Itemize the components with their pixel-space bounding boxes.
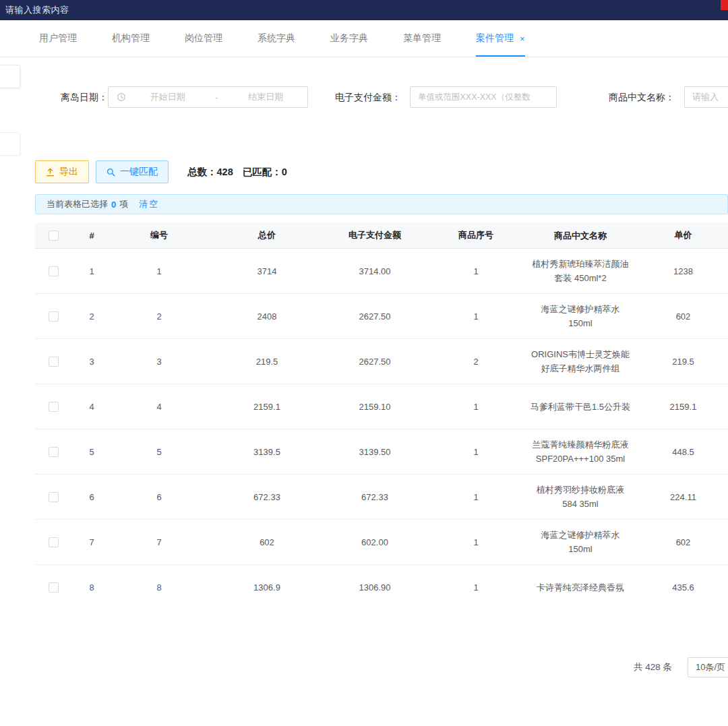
total-label: 总数： — [187, 166, 217, 179]
row-checkbox[interactable] — [49, 582, 59, 593]
row-checkbox[interactable] — [49, 447, 59, 457]
cell-total-price: 1306.9 — [206, 582, 328, 593]
selection-alert-bar: 当前表格已选择 0 项 清空 — [35, 194, 728, 214]
amount-input[interactable]: 单值或范围XXX-XXX（仅整数 — [410, 86, 557, 108]
table-row: 1 1 3714 3714.00 1 植村秀新琥珀臻萃洁颜油套装 450ml*2… — [35, 249, 728, 294]
one-click-match-button[interactable]: 一键匹配 — [96, 160, 169, 183]
collapsed-panel-handle[interactable] — [0, 65, 20, 88]
total-value: 428 — [217, 167, 233, 177]
cell-product-seq: 1 — [422, 537, 530, 547]
table-row: 8 8 1306.9 1306.90 1 卡诗菁纯亮泽经典香氛 435.6 — [35, 565, 728, 603]
cell-product-seq: 1 — [422, 311, 530, 322]
cell-product-seq: 2 — [422, 357, 530, 367]
cell-unit-price: 1238 — [631, 266, 728, 276]
tab-label: 系统字典 — [257, 32, 295, 44]
tab-close-icon[interactable]: × — [520, 34, 525, 43]
toolbar: 导出 一键匹配 总数： 428 已匹配： 0 — [35, 160, 287, 183]
cell-product-name: 植村秀羽纱持妆粉底液 584 35ml — [530, 475, 631, 518]
cell-unit-price: 448.5 — [631, 447, 728, 457]
column-header-code: 编号 — [112, 229, 206, 241]
tab[interactable]: 菜单管理 — [403, 20, 441, 57]
date-separator: - — [210, 92, 224, 102]
cell-epay-amount: 1306.90 — [328, 582, 422, 593]
cell-unit-price: 435.6 — [631, 582, 728, 593]
notification-badge — [721, 0, 728, 10]
cell-index: 5 — [71, 447, 112, 457]
row-checkbox[interactable] — [49, 492, 59, 502]
page-size-value: 10条/页 — [696, 661, 725, 673]
date-range-input[interactable]: 开始日期 - 结束日期 — [108, 86, 308, 108]
cell-index: 1 — [71, 266, 112, 276]
topbar: 请输入搜索内容 — [0, 0, 728, 20]
cell-total-price: 672.33 — [206, 492, 328, 502]
cell-product-seq: 1 — [422, 582, 530, 593]
cell-index: 4 — [71, 402, 112, 412]
tab[interactable]: 业务字典 — [330, 20, 368, 57]
cell-product-seq: 1 — [422, 492, 530, 502]
row-checkbox[interactable] — [49, 311, 59, 322]
cell-unit-price: 219.5 — [631, 357, 728, 367]
clock-icon — [117, 92, 126, 102]
tab-label: 用户管理 — [39, 32, 77, 44]
cell-code: 5 — [112, 447, 206, 457]
tab[interactable]: 岗位管理 — [185, 20, 222, 57]
tab[interactable]: 系统字典 — [257, 20, 295, 57]
cell-code: 4 — [112, 402, 206, 412]
cell-product-name: 海蓝之谜修护精萃水 150ml — [530, 295, 631, 338]
column-header-name: 商品中文名称 — [530, 222, 631, 250]
cell-total-price: 2408 — [206, 311, 328, 322]
global-search-input[interactable]: 请输入搜索内容 — [0, 4, 69, 16]
product-filter-label: 商品中文名称： — [609, 86, 675, 108]
page-size-select[interactable]: 10条/页 — [688, 657, 728, 677]
cell-total-price: 2159.1 — [206, 402, 328, 412]
cell-product-seq: 1 — [422, 447, 530, 457]
export-button[interactable]: 导出 — [35, 160, 89, 183]
export-button-label: 导出 — [59, 166, 78, 178]
column-header-seq: 商品序号 — [422, 229, 530, 241]
row-checkbox[interactable] — [49, 357, 59, 367]
tab-label: 案件管理 — [476, 32, 514, 44]
cell-epay-amount: 672.33 — [328, 492, 422, 502]
cell-epay-amount: 2627.50 — [328, 311, 422, 322]
amount-placeholder: 单值或范围XXX-XXX（仅整数 — [418, 92, 530, 103]
collapsed-panel-handle[interactable] — [0, 132, 20, 156]
cell-code: 3 — [112, 357, 206, 367]
row-checkbox[interactable] — [49, 266, 59, 276]
cell-index: 6 — [71, 492, 112, 502]
table-row: 2 2 2408 2627.50 1 海蓝之谜修护精萃水 150ml 602 — [35, 294, 728, 339]
date-end-placeholder: 结束日期 — [224, 91, 308, 103]
product-placeholder: 请输入 — [692, 91, 719, 103]
search-icon — [107, 168, 115, 177]
cell-code: 8 — [112, 582, 206, 593]
tab-list: 用户管理 机构管理 岗位管理 系统字典 业务字典 菜单管理 案件管理 × — [0, 20, 728, 57]
table-body: 1 1 3714 3714.00 1 植村秀新琥珀臻萃洁颜油套装 450ml*2… — [35, 249, 728, 603]
table-row: 3 3 219.5 2627.50 2 ORIGINS韦博士灵芝焕能好底子精华水… — [35, 339, 728, 384]
row-checkbox[interactable] — [49, 537, 59, 547]
pagination-total: 共 428 条 — [634, 657, 672, 677]
filter-bar: 离岛日期： 开始日期 - 结束日期 电子支付金额： 单值或范围XXX-XXX（仅… — [0, 86, 728, 108]
select-all-checkbox[interactable] — [49, 231, 59, 241]
tab-label: 岗位管理 — [185, 32, 222, 44]
cell-code: 7 — [112, 537, 206, 547]
tab[interactable]: 用户管理 — [39, 20, 77, 57]
column-header-index: # — [71, 231, 112, 241]
tab[interactable]: 案件管理 × — [476, 20, 525, 57]
clear-selection-link[interactable]: 清空 — [139, 198, 159, 210]
tab[interactable]: 机构管理 — [112, 20, 150, 57]
selection-prefix: 当前表格已选择 — [47, 198, 108, 210]
data-table: # 编号 总价 电子支付金额 商品序号 商品中文名称 单价 1 1 3714 3… — [35, 222, 728, 603]
table-row: 6 6 672.33 672.33 1 植村秀羽纱持妆粉底液 584 35ml … — [35, 475, 728, 520]
cell-unit-price: 602 — [631, 537, 728, 547]
cell-total-price: 3139.5 — [206, 447, 328, 457]
tab-label: 菜单管理 — [403, 32, 441, 44]
cell-code: 2 — [112, 311, 206, 322]
row-checkbox[interactable] — [49, 402, 59, 412]
cell-epay-amount: 3714.00 — [328, 266, 422, 276]
column-header-unit: 单价 — [631, 229, 728, 241]
cell-product-name: 兰蔻菁纯臻颜精华粉底液SPF20PA+++100 35ml — [530, 430, 631, 473]
selection-count: 0 — [111, 200, 116, 210]
cell-unit-price: 2159.1 — [631, 402, 728, 412]
column-header-epay: 电子支付金额 — [328, 229, 422, 241]
product-name-input[interactable]: 请输入 — [684, 86, 728, 108]
cell-product-name: ORIGINS韦博士灵芝焕能好底子精华水两件组 — [530, 340, 631, 383]
